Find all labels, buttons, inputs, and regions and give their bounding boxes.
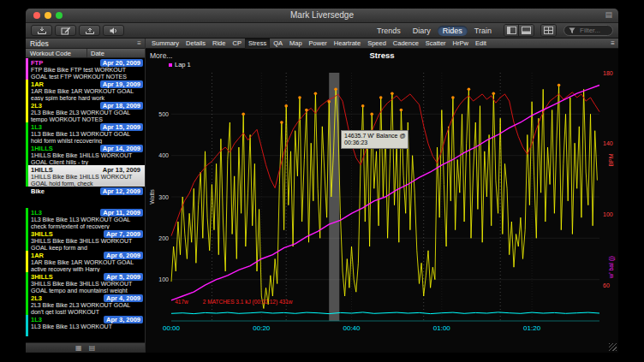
download-ride-button[interactable]: [31, 25, 52, 36]
ride-description: 1L3 Bike Bike 1L3 WORKOUT: [31, 323, 143, 330]
tab-stress[interactable]: Stress: [245, 39, 270, 49]
svg-text:100: 100: [603, 211, 613, 217]
list-item[interactable]: 1L3Apr 3, 20091L3 Bike Bike 1L3 WORKOUT: [26, 315, 145, 336]
peak-dot: [558, 84, 561, 87]
speaker-icon: [109, 27, 119, 35]
list-item[interactable]: 3HILLSApr 7, 20093HILLS Bike Bike 3HILLS…: [26, 229, 145, 251]
svg-text:2 MATCHES 3.1 kJ (00:02:12) 43: 2 MATCHES 3.1 kJ (00:02:12) 431w: [203, 299, 293, 306]
view-button-rides[interactable]: Rides: [438, 26, 468, 36]
list-item[interactable]: 1L3Apr 11, 20091L3 Bike Bike 1L3 WORKOUT…: [26, 208, 145, 229]
workout-code-label: 3HILLS: [31, 273, 53, 281]
list-item[interactable]: 1HILLSApr 14, 20091HILLS Bike Bike 1HILL…: [26, 144, 145, 165]
ride-date-badge: Apr 14, 2009: [100, 145, 143, 152]
tab-speed[interactable]: Speed: [364, 39, 390, 49]
ride-date-badge: Apr 4, 2009: [104, 294, 143, 302]
workout-code-label: 1L3: [31, 316, 42, 323]
list-item[interactable]: 2L3Apr 4, 20092L3 Bike Bike 2L3 WORKOUT …: [26, 294, 145, 315]
list-item[interactable]: 1ARApr 6, 20091AR Bike Bike 1AR WORKOUT …: [26, 251, 145, 272]
list-item[interactable]: 1L3Apr 15, 20091L3 Bike Bike 1L3 WORKOUT…: [26, 122, 145, 144]
filter-field[interactable]: [564, 25, 613, 36]
workout-code-label: 1HILLS: [31, 166, 53, 174]
ride-row-header: 1HILLSApr 13, 2009: [31, 165, 143, 174]
tab-map[interactable]: Map: [286, 39, 306, 49]
manual-entry-button[interactable]: [55, 25, 76, 36]
selection-band: [329, 73, 339, 321]
export-ride-button[interactable]: [79, 25, 100, 36]
list-item[interactable]: 1HILLSApr 13, 20091HILLS Bike Bike 1HILL…: [26, 165, 145, 187]
ride-date-badge: Apr 7, 2009: [104, 230, 143, 238]
list-item[interactable]: BikeApr 12, 2009: [26, 187, 145, 208]
workout-code-label: 3HILLS: [31, 230, 53, 238]
audio-device-button[interactable]: [103, 25, 124, 36]
tab-heartrate[interactable]: Heartrate: [331, 39, 364, 49]
svg-text:60: 60: [603, 282, 610, 288]
tab-edit[interactable]: Edit: [472, 39, 490, 49]
tooltip-value: 14635.7 W' Balance @: [344, 133, 405, 139]
list-item[interactable]: 3HILLSApr 5, 20093HILLS Bike Bike 3HILLS…: [26, 272, 145, 294]
ride-color-strip: [26, 187, 28, 208]
tabbar-menu-icon[interactable]: ≡: [611, 39, 615, 47]
svg-text:00:40: 00:40: [343, 324, 361, 332]
svg-text:200: 200: [158, 235, 169, 241]
peak-dot: [327, 100, 331, 104]
column-workout-code[interactable]: Workout Code: [26, 49, 87, 57]
ride-color-strip: [26, 229, 28, 251]
tooltip-time: 00:36:23: [344, 139, 405, 146]
tab-qa[interactable]: QA: [270, 39, 286, 49]
tab-scatter[interactable]: Scatter: [422, 39, 450, 49]
toggle-bottombar-button[interactable]: [519, 25, 534, 36]
ride-row-header: 3HILLSApr 5, 2009: [31, 272, 143, 281]
workout-code-label: 1HILLS: [31, 145, 53, 152]
ride-date-badge: Apr 12, 2009: [100, 187, 143, 195]
resize-grip[interactable]: [609, 343, 617, 351]
view-button-diary[interactable]: Diary: [408, 26, 436, 36]
ride-description: 1HILLS Bike Bike 1HILLS WORKOUT GOAL hol…: [31, 174, 143, 187]
tab-cp[interactable]: CP: [229, 39, 244, 49]
peak-dot: [370, 113, 373, 116]
tab-details[interactable]: Details: [182, 39, 209, 49]
toggle-sidebar-button[interactable]: [504, 25, 519, 36]
list-item[interactable]: 1ARApr 19, 20091AR Bike Bike 1AR WORKOUT…: [26, 80, 145, 101]
bottombar-pane-icon: [522, 27, 531, 34]
compose-icon: [61, 27, 71, 35]
svg-text:140: 140: [603, 140, 613, 146]
tiled-view-button[interactable]: [541, 25, 556, 36]
tab-summary[interactable]: Summary: [148, 39, 182, 49]
titlebar-list-icon[interactable]: ▤: [605, 10, 612, 19]
tab-hrpw[interactable]: HrPw: [450, 39, 472, 49]
sidebar-statusbar: ▦ ▤: [26, 342, 145, 353]
svg-text:01:20: 01:20: [523, 324, 541, 332]
ride-row-header: 2L3Apr 4, 2009: [31, 294, 143, 302]
tab-cadence[interactable]: Cadence: [390, 39, 422, 49]
ride-row-header: 2L3Apr 18, 2009: [31, 101, 143, 110]
tab-ride[interactable]: Ride: [209, 39, 229, 49]
svg-text:100: 100: [158, 276, 169, 282]
workout-code-label: Bike: [31, 187, 45, 195]
grid-view-icon[interactable]: ▦: [75, 344, 82, 352]
ride-date-badge: Apr 18, 2009: [100, 102, 143, 110]
peak-dot: [305, 109, 308, 112]
ride-date-badge: Apr 6, 2009: [104, 252, 143, 259]
view-button-train[interactable]: Train: [469, 26, 497, 36]
tab-power[interactable]: Power: [306, 39, 331, 49]
ride-date-badge: Apr 19, 2009: [100, 80, 143, 88]
ride-date-badge: Apr 3, 2009: [104, 316, 143, 323]
app-window: Mark Liversedge ▤ TrendsDiaryRidesTrain: [26, 9, 618, 353]
view-button-trends[interactable]: Trends: [372, 26, 406, 36]
list-item[interactable]: 2L3Apr 18, 20092L3 Bike Bike 2L3 WORKOUT…: [26, 101, 145, 122]
ride-description: FTP Bike Bike FTP test WORKOUT GOAL test…: [31, 67, 143, 80]
ride-color-strip: [26, 80, 28, 101]
ride-description: 2L3 Bike Bike 2L3 WORKOUT GOAL don't get…: [31, 302, 143, 315]
titlebar[interactable]: Mark Liversedge ▤: [26, 9, 618, 23]
column-date[interactable]: Date: [87, 49, 145, 57]
ride-list: FTPApr 20, 2009FTP Bike Bike FTP test WO…: [26, 58, 145, 342]
filter-input[interactable]: [578, 26, 614, 35]
ride-date-badge: Apr 20, 2009: [100, 59, 143, 67]
ride-color-strip: [26, 315, 28, 336]
stress-plot[interactable]: 00:0000:2000:4001:0001:20100200300400500…: [146, 49, 618, 353]
list-item[interactable]: FTPApr 20, 2009FTP Bike Bike FTP test WO…: [26, 58, 145, 80]
sidebar-menu-icon[interactable]: ≡: [137, 39, 141, 49]
folder-icon[interactable]: ▤: [89, 344, 96, 352]
workout-code-label: 1AR: [31, 252, 44, 259]
wbal-series-line: [171, 86, 599, 300]
